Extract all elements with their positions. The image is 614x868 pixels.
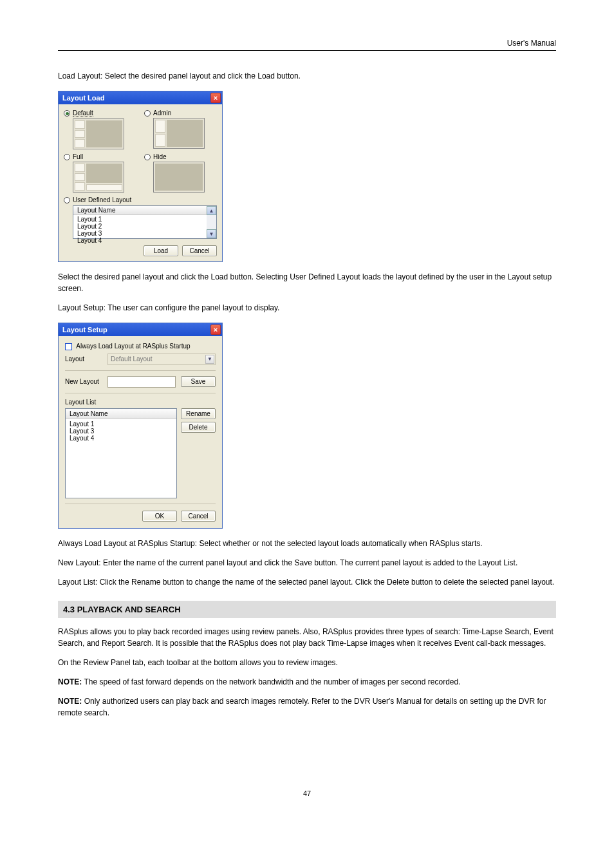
list-header: Layout Name	[66, 409, 176, 419]
new-layout-input[interactable]	[107, 376, 176, 388]
list-item[interactable]: Layout 3	[70, 428, 172, 435]
para-note-1: NOTE: The speed of fast forward depends …	[58, 676, 556, 688]
para-note-2: NOTE: Only authorized users can play bac…	[58, 695, 556, 719]
layout-label: Layout	[65, 355, 102, 363]
rename-button[interactable]: Rename	[181, 408, 216, 419]
list-header: Layout Name	[73, 206, 207, 215]
para-layout-setup-intro: Layout Setup: The user can configure the…	[58, 302, 556, 314]
para-new-layout: New Layout: Enter the name of the curren…	[58, 557, 556, 569]
top-rule	[58, 50, 556, 51]
para-review-panel: On the Review Panel tab, each toolbar at…	[58, 657, 556, 668]
scroll-down-icon[interactable]: ▼	[207, 229, 216, 238]
list-item[interactable]: Layout 1	[70, 420, 172, 428]
radio-label: User Defined Layout	[73, 196, 131, 203]
para-4-3: RASplus allows you to play back recorded…	[58, 626, 556, 649]
dialog-title: Layout Setup	[62, 326, 107, 334]
user-layout-listbox[interactable]: Layout Name Layout 1 Layout 2 Layout 3 L…	[73, 205, 217, 239]
radio-icon	[64, 197, 70, 203]
close-icon[interactable]: ×	[210, 93, 221, 103]
ok-button[interactable]: OK	[142, 511, 177, 522]
divider	[65, 504, 216, 504]
list-item[interactable]: Layout 3	[77, 230, 203, 237]
layout-load-dialog: Layout Load × Default	[58, 91, 223, 262]
delete-button[interactable]: Delete	[181, 422, 216, 433]
new-layout-label: New Layout	[65, 378, 102, 385]
para-always-load: Always Load Layout at RASplus Startup: S…	[58, 538, 556, 549]
note-label: NOTE:	[58, 677, 82, 686]
list-item[interactable]: Layout 4	[70, 435, 172, 442]
radio-label: Hide	[153, 153, 167, 160]
divider	[65, 393, 216, 393]
always-load-checkbox[interactable]: Always Load Layout at RASplus Startup	[65, 343, 216, 350]
radio-default[interactable]: Default	[64, 109, 136, 117]
save-button[interactable]: Save	[181, 376, 216, 387]
radio-label: Full	[73, 153, 83, 160]
radio-label: Default	[73, 109, 93, 117]
cancel-button[interactable]: Cancel	[181, 511, 216, 522]
chevron-down-icon: ▼	[205, 355, 214, 364]
list-item[interactable]: Layout 2	[77, 223, 203, 230]
radio-icon	[64, 154, 70, 160]
radio-icon	[64, 110, 70, 117]
close-icon[interactable]: ×	[210, 325, 221, 335]
checkbox-icon	[65, 343, 72, 350]
load-button[interactable]: Load	[144, 245, 178, 256]
dialog-titlebar: Layout Load ×	[59, 91, 222, 104]
dialog-title: Layout Load	[62, 94, 104, 102]
radio-user-defined[interactable]: User Defined Layout	[64, 196, 217, 203]
radio-hide[interactable]: Hide	[144, 153, 217, 160]
cancel-button[interactable]: Cancel	[182, 245, 217, 256]
layout-list-label: Layout List	[65, 399, 216, 406]
preview-admin	[153, 118, 205, 149]
list-item[interactable]: Layout 4	[77, 237, 203, 244]
note-label: NOTE:	[58, 697, 82, 706]
list-item[interactable]: Layout 1	[77, 216, 203, 223]
preview-hide	[153, 162, 205, 193]
radio-icon	[144, 154, 151, 160]
layout-list[interactable]: Layout Name Layout 1 Layout 3 Layout 4	[65, 408, 177, 498]
para-layout-list: Layout List: Click the Rename button to …	[58, 576, 556, 588]
layout-dropdown[interactable]: Default Layout ▼	[107, 354, 216, 365]
radio-full[interactable]: Full	[64, 153, 136, 160]
radio-icon	[144, 110, 151, 117]
divider	[65, 370, 216, 371]
scroll-up-icon[interactable]: ▲	[207, 206, 216, 215]
checkbox-label: Always Load Layout at RASplus Startup	[76, 343, 190, 350]
para-load-desc: Select the desired panel layout and clic…	[58, 271, 556, 294]
radio-admin[interactable]: Admin	[144, 109, 217, 117]
dropdown-value: Default Layout	[111, 355, 153, 363]
header-manual-title: User's Manual	[58, 39, 556, 48]
section-heading-4-3: 4.3 PLAYBACK AND SEARCH	[58, 601, 556, 618]
preview-full	[73, 162, 124, 193]
radio-label: Admin	[153, 109, 171, 117]
dialog-titlebar: Layout Setup ×	[59, 323, 222, 336]
para-load-layout-intro: Load Layout: Select the desired panel la…	[58, 70, 556, 82]
page-number: 47	[58, 789, 556, 797]
scrollbar[interactable]: ▲ ▼	[207, 206, 216, 238]
layout-setup-dialog: Layout Setup × Always Load Layout at RAS…	[58, 323, 223, 529]
preview-default	[73, 118, 124, 149]
